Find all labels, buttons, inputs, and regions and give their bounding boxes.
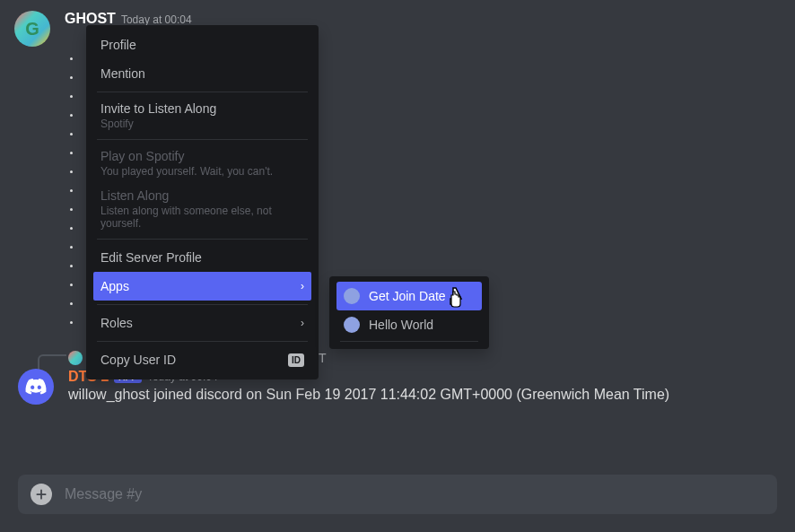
app-icon bbox=[344, 317, 360, 333]
menu-separator bbox=[97, 341, 308, 342]
menu-play-spotify-label: Play on Spotify bbox=[100, 149, 304, 163]
menu-listen-along-label: Listen Along bbox=[100, 188, 304, 203]
menu-edit-profile-label: Edit Server Profile bbox=[100, 250, 202, 265]
menu-separator bbox=[97, 304, 308, 305]
chevron-right-icon: › bbox=[301, 317, 304, 329]
submenu-get-join-date[interactable]: Get Join Date bbox=[336, 282, 482, 310]
message-input-container[interactable]: Message #y bbox=[18, 475, 777, 514]
menu-mention-label: Mention bbox=[100, 66, 145, 81]
app-icon bbox=[344, 288, 360, 304]
menu-copy-id-label: Copy User ID bbox=[100, 353, 176, 367]
menu-separator bbox=[97, 139, 308, 140]
menu-mention[interactable]: Mention bbox=[93, 59, 311, 88]
menu-edit-server-profile[interactable]: Edit Server Profile bbox=[93, 243, 311, 272]
discord-logo-icon bbox=[25, 376, 47, 397]
submenu-hello-world-label: Hello World bbox=[369, 318, 433, 332]
menu-play-spotify: Play on Spotify You played yourself. Wai… bbox=[93, 144, 311, 183]
submenu-hello-world[interactable]: Hello World bbox=[336, 310, 482, 339]
user-context-menu: Profile Mention Invite to Listen Along S… bbox=[86, 25, 319, 379]
menu-profile-label: Profile bbox=[100, 38, 136, 52]
menu-listen-along-sub: Listen along with someone else, not your… bbox=[100, 205, 304, 230]
menu-apps-label: Apps bbox=[100, 279, 129, 293]
menu-roles-label: Roles bbox=[100, 316, 133, 330]
menu-separator bbox=[97, 92, 308, 92]
menu-copy-user-id[interactable]: Copy User ID ID bbox=[93, 345, 311, 374]
menu-play-spotify-sub: You played yourself. Wait, you can't. bbox=[100, 165, 304, 178]
submenu-separator bbox=[340, 341, 478, 342]
apps-submenu: Get Join Date Hello World bbox=[329, 276, 489, 349]
menu-invite-listen-sub: Spotify bbox=[100, 118, 304, 130]
plus-icon bbox=[35, 488, 48, 501]
id-badge-icon: ID bbox=[288, 353, 304, 367]
bot-message-content: willow_ghost joined discord on Sun Feb 1… bbox=[68, 387, 669, 403]
bot-avatar[interactable] bbox=[18, 369, 54, 405]
menu-invite-listen[interactable]: Invite to Listen Along Spotify bbox=[93, 96, 311, 135]
menu-listen-along: Listen Along Listen along with someone e… bbox=[93, 183, 311, 235]
menu-separator bbox=[97, 239, 308, 240]
menu-profile[interactable]: Profile bbox=[93, 31, 311, 59]
user-avatar[interactable] bbox=[14, 11, 50, 47]
chevron-right-icon: › bbox=[301, 280, 304, 292]
submenu-get-join-date-label: Get Join Date bbox=[369, 289, 446, 303]
menu-invite-listen-label: Invite to Listen Along bbox=[100, 101, 304, 116]
message-timestamp: Today at 00:04 bbox=[121, 13, 192, 26]
menu-apps[interactable]: Apps › bbox=[93, 272, 311, 301]
mini-avatar[interactable] bbox=[68, 351, 83, 365]
attach-button[interactable] bbox=[31, 484, 52, 505]
message-input[interactable]: Message #y bbox=[65, 486, 142, 502]
menu-roles[interactable]: Roles › bbox=[93, 309, 311, 337]
